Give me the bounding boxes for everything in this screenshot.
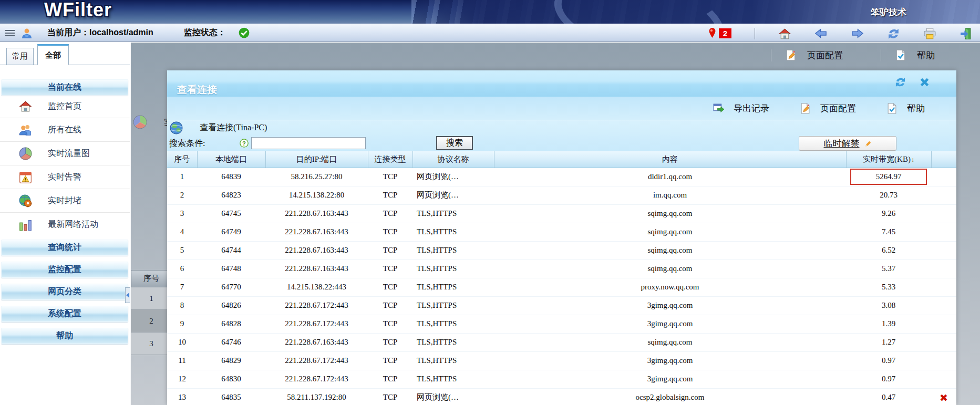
- menu-icon[interactable]: [5, 30, 15, 36]
- sidebar-item-label: 最新网络活动: [48, 219, 98, 230]
- page-config-button[interactable]: 页面配置: [771, 49, 843, 61]
- collapse-arrow-icon: [126, 293, 129, 298]
- column-header-7[interactable]: [931, 151, 956, 168]
- sidebar-item-realtime-traffic[interactable]: 实时流量图: [0, 142, 130, 165]
- sort-desc-icon: ↓: [911, 156, 914, 163]
- sidebar-item-latest-activity[interactable]: 最新网络活动: [0, 213, 130, 236]
- connection-row[interactable]: 364745221.228.67.163:443TCPTLS,HTTPSsqim…: [167, 204, 956, 223]
- connection-row[interactable]: 664748221.228.67.163:443TCPTLS,HTTPSsqim…: [167, 259, 956, 278]
- sidebar-group-0[interactable]: 查询统计: [1, 240, 128, 256]
- sidebar-group-3[interactable]: 系统配置: [1, 306, 128, 322]
- page-edit-icon: [800, 103, 811, 114]
- dialog-help-button[interactable]: 帮助: [886, 102, 925, 115]
- connection-row[interactable]: 964828221.228.67.172:443TCPTLS,HTTPS3gim…: [167, 315, 956, 333]
- dialog-help-label: 帮助: [907, 102, 925, 115]
- alert-calendar-icon: [19, 171, 32, 184]
- close-connection-icon[interactable]: ✖: [940, 392, 948, 403]
- connection-row[interactable]: 1064746221.228.67.163:443TCPTLS,HTTPSsqi…: [167, 333, 956, 351]
- sidebar-item-realtime-block[interactable]: 实时封堵: [0, 189, 130, 213]
- connection-row[interactable]: 136483558.211.137.192:80TCP网页浏览(…ocsp2.g…: [167, 388, 956, 405]
- mini-table-header: 序号: [131, 270, 172, 287]
- dialog-toolbar: 导出记录 页面配置 帮助: [167, 97, 956, 120]
- column-header-0[interactable]: 序号: [167, 151, 197, 168]
- sidebar-group-current-online[interactable]: 当前在线: [1, 79, 128, 96]
- page-help-icon: [895, 49, 906, 61]
- alert-count-badge[interactable]: 2: [719, 28, 731, 38]
- dialog-close-icon[interactable]: [919, 77, 930, 88]
- page-edit-icon: [785, 49, 797, 61]
- export-icon: [713, 103, 724, 114]
- globe-gear-icon: [19, 194, 32, 207]
- sidebar-item-all-online[interactable]: 所有在线: [0, 118, 130, 142]
- mini-table-row[interactable]: 1: [131, 287, 172, 310]
- user-icon: [21, 27, 33, 39]
- sidebar-item-label: 实时告警: [48, 172, 81, 183]
- dialog-subtitle-row: 查看连接(Tina-PC): [167, 120, 956, 136]
- sidebar-collapse-handle[interactable]: [125, 287, 130, 303]
- help-button[interactable]: 帮助: [881, 49, 935, 61]
- highlighted-bandwidth-cell: 5264.97: [846, 168, 931, 186]
- current-user-label: 当前用户：localhost/admin: [47, 27, 153, 38]
- page-help-icon: [886, 103, 898, 114]
- users-icon: [19, 123, 32, 137]
- sidebar-item-label: 监控首页: [48, 101, 81, 112]
- tab-common[interactable]: 常用: [6, 48, 34, 65]
- help-question-icon[interactable]: ?: [240, 139, 249, 148]
- connection-row[interactable]: 464749221.228.67.163:443TCPTLS,HTTPSsqim…: [167, 223, 956, 241]
- pencil-icon: [865, 140, 872, 147]
- search-input[interactable]: [251, 137, 366, 149]
- export-records-label: 导出记录: [734, 102, 769, 115]
- dialog-subtitle: 查看连接(Tina-PC): [200, 122, 267, 133]
- connection-row[interactable]: 16483958.216.25.27:80TCP网页浏览(…dldir1.qq.…: [167, 168, 956, 186]
- view-connections-dialog: 查看连接 导出记录 页面配置 帮助 查看连接(Tina-: [167, 70, 956, 405]
- mini-table-row[interactable]: 3: [131, 333, 172, 355]
- column-header-3[interactable]: 连接类型: [368, 151, 412, 168]
- connection-row[interactable]: 564744221.228.67.163:443TCPTLS,HTTPSsqim…: [167, 241, 956, 259]
- bar-chart-icon: [19, 218, 32, 231]
- connection-row[interactable]: 1164829221.228.67.172:443TCPTLS,HTTPS3gi…: [167, 351, 956, 370]
- sidebar-item-label: 所有在线: [48, 124, 81, 136]
- dialog-title: 查看连接: [177, 83, 217, 97]
- sidebar-group-2[interactable]: 网页分类: [1, 284, 128, 300]
- print-icon[interactable]: [923, 28, 936, 39]
- column-header-2[interactable]: 目的IP:端口: [265, 151, 368, 168]
- search-button[interactable]: 搜索: [436, 136, 473, 150]
- sidebar-item-label: 实时封堵: [48, 195, 81, 206]
- svg-text:?: ?: [242, 140, 246, 147]
- sidebar: 常用 全部 当前在线 监控首页 所有在线 实时流量图 实时告警: [0, 43, 130, 405]
- forward-icon[interactable]: [851, 28, 864, 39]
- connection-row[interactable]: 76477014.215.138.22:443TCPTLS,HTTPSproxy…: [167, 278, 956, 296]
- column-header-5[interactable]: 内容: [494, 151, 846, 168]
- globe-icon: [170, 121, 183, 134]
- alert-pin-icon[interactable]: [707, 27, 717, 39]
- sidebar-item-realtime-alert[interactable]: 实时告警: [0, 165, 130, 189]
- status-ok-icon: [239, 27, 250, 38]
- back-icon[interactable]: [814, 28, 828, 39]
- export-records-button[interactable]: 导出记录: [713, 102, 769, 115]
- app-logo: WFilter: [44, 0, 112, 21]
- refresh-icon[interactable]: [887, 28, 900, 39]
- connection-row[interactable]: 864826221.228.67.172:443TCPTLS,HTTPS3gim…: [167, 296, 956, 315]
- logout-icon[interactable]: [960, 28, 973, 39]
- column-header-6[interactable]: 实时带宽(KB)↓: [846, 151, 931, 168]
- temp-unblock-button[interactable]: 临时解禁: [799, 136, 896, 151]
- sidebar-group-1[interactable]: 监控配置: [1, 262, 128, 278]
- dialog-caption-bar: 查看连接: [167, 70, 956, 97]
- column-header-1[interactable]: 本地端口: [197, 151, 265, 168]
- sidebar-group-4[interactable]: 帮助: [1, 328, 128, 344]
- content-header: 页面配置 帮助: [771, 46, 980, 65]
- home-nav-icon[interactable]: [778, 28, 791, 39]
- tab-all[interactable]: 全部: [37, 44, 69, 65]
- dialog-page-config-button[interactable]: 页面配置: [800, 102, 856, 115]
- monitor-status-label: 监控状态：: [184, 27, 226, 38]
- sidebar-item-monitor-home[interactable]: 监控首页: [0, 95, 130, 118]
- app-banner: WFilter 笨驴技术: [0, 0, 980, 24]
- mini-table-row[interactable]: 2: [131, 310, 172, 333]
- column-header-4[interactable]: 协议名称: [412, 151, 494, 168]
- brand-name: 笨驴技术: [871, 6, 906, 18]
- background-mini-table: 序号 123: [131, 270, 172, 355]
- connection-row[interactable]: 1264830221.228.67.172:443TCPTLS,HTTPS3gi…: [167, 370, 956, 388]
- dialog-search-row: 搜索条件: ? 搜索 临时解禁: [167, 136, 956, 151]
- connection-row[interactable]: 26482314.215.138.22:80TCP网页浏览(…im.qq.com…: [167, 186, 956, 204]
- dialog-refresh-icon[interactable]: [895, 77, 906, 88]
